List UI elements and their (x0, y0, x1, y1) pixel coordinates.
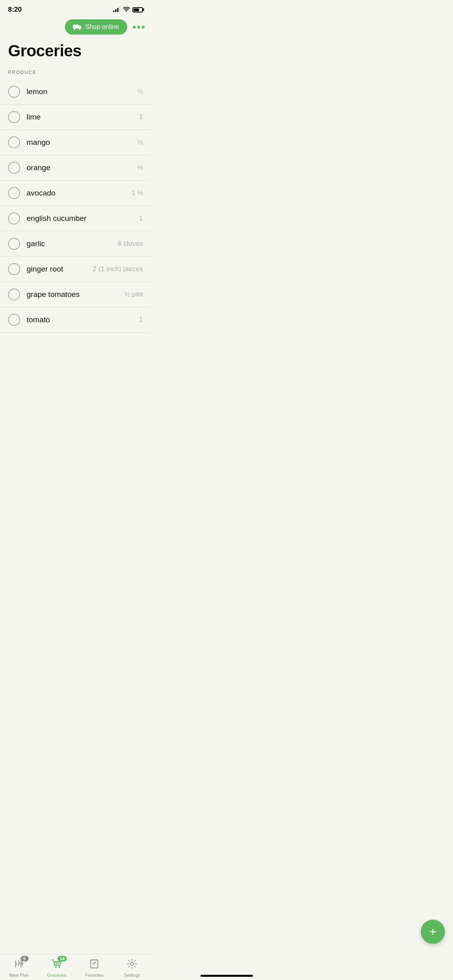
grocery-item[interactable]: grape tomatoes½ pint (0, 282, 151, 307)
item-qty: 1 (139, 214, 143, 222)
item-checkbox[interactable] (8, 162, 20, 174)
item-qty: ½ (137, 164, 143, 172)
item-name: ginger root (27, 265, 93, 274)
item-qty: 1 ½ (132, 189, 143, 197)
item-name: lime (27, 113, 139, 121)
page-title: Groceries (8, 42, 143, 60)
grocery-item[interactable]: lemon½ (0, 79, 151, 105)
item-checkbox[interactable] (8, 314, 20, 326)
status-icons (113, 6, 143, 13)
item-qty: ½ pint (124, 290, 143, 299)
grocery-item[interactable]: garlic6 cloves (0, 231, 151, 257)
grocery-item[interactable]: mango½ (0, 130, 151, 155)
grocery-item[interactable]: orange½ (0, 155, 151, 181)
grocery-list: lemon½lime1mango½orange½avocado1 ½englis… (0, 79, 151, 333)
more-options-button[interactable] (133, 26, 145, 29)
status-time: 8:20 (8, 6, 22, 14)
truck-icon (73, 24, 82, 30)
item-name: mango (27, 138, 137, 147)
grocery-item[interactable]: english cucumber1 (0, 206, 151, 231)
wifi-icon (123, 6, 130, 13)
grocery-item[interactable]: lime1 (0, 105, 151, 130)
battery-icon (132, 7, 143, 12)
grocery-item[interactable]: ginger root2 (1 inch) pieces (0, 257, 151, 282)
item-checkbox[interactable] (8, 86, 20, 98)
item-checkbox[interactable] (8, 111, 20, 123)
svg-rect-1 (73, 25, 79, 29)
item-checkbox[interactable] (8, 263, 20, 275)
item-name: english cucumber (27, 214, 139, 223)
svg-point-3 (79, 29, 81, 30)
grocery-item[interactable]: avocado1 ½ (0, 181, 151, 206)
item-qty: 2 (1 inch) pieces (93, 265, 143, 273)
item-checkbox[interactable] (8, 288, 20, 301)
item-checkbox[interactable] (8, 212, 20, 224)
signal-icon (113, 7, 120, 12)
dot-3 (142, 26, 145, 29)
status-bar: 8:20 (0, 0, 151, 16)
item-name: avocado (27, 189, 132, 198)
shop-online-label: Shop online (85, 23, 119, 31)
dot-1 (133, 26, 136, 29)
item-checkbox[interactable] (8, 187, 20, 199)
grocery-item[interactable]: tomato1 (0, 307, 151, 333)
item-qty: 1 (139, 113, 143, 121)
dot-2 (137, 26, 140, 29)
item-checkbox[interactable] (8, 136, 20, 148)
header: Shop online (0, 16, 151, 38)
page-title-section: Groceries (0, 38, 151, 70)
shop-online-button[interactable]: Shop online (65, 19, 127, 35)
svg-point-2 (74, 29, 75, 30)
item-qty: 1 (139, 316, 143, 324)
item-name: grape tomatoes (27, 290, 124, 299)
item-qty: ½ (137, 88, 143, 96)
item-name: orange (27, 163, 137, 172)
item-qty: 6 cloves (118, 240, 143, 248)
item-checkbox[interactable] (8, 238, 20, 250)
item-qty: ½ (137, 138, 143, 146)
section-header-produce: PRODUCE (0, 70, 151, 79)
svg-point-0 (126, 11, 127, 12)
item-name: lemon (27, 87, 137, 96)
item-name: garlic (27, 239, 118, 248)
item-name: tomato (27, 315, 139, 324)
